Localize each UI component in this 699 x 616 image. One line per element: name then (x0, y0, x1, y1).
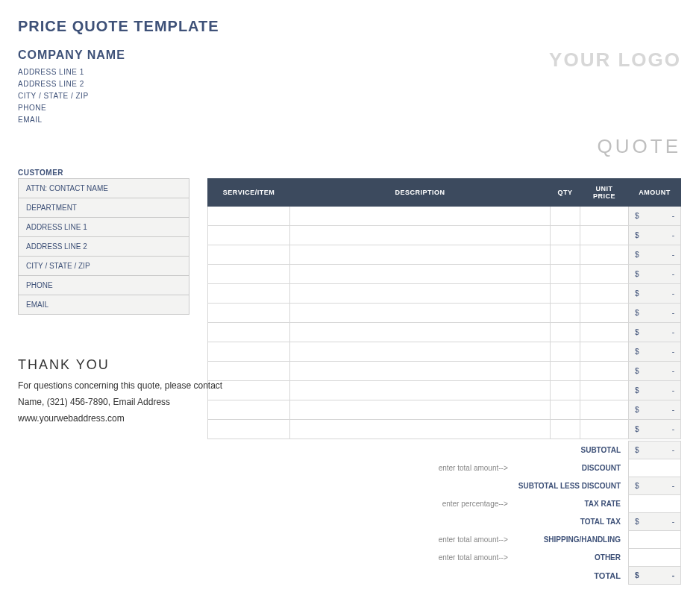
item-unit-price[interactable] (580, 323, 629, 342)
header-qty: QTY (551, 179, 580, 207)
item-service[interactable] (208, 284, 290, 304)
item-description[interactable] (290, 362, 551, 381)
thank-line1: For questions concerning this quote, ple… (18, 380, 301, 391)
item-qty[interactable] (551, 323, 580, 342)
item-qty[interactable] (551, 342, 580, 362)
logo-placeholder: YOUR LOGO (549, 48, 681, 72)
item-service[interactable] (208, 265, 290, 284)
item-qty[interactable] (551, 400, 580, 420)
item-qty[interactable] (551, 284, 580, 304)
shipping-label: SHIPPING/HANDLING (513, 531, 629, 549)
grand-total-value: $- (629, 567, 681, 585)
bottom-area: THANK YOU For questions concerning this … (18, 439, 681, 585)
customer-department[interactable]: DEPARTMENT (19, 198, 189, 218)
item-row: $- (208, 284, 681, 304)
customer-address1[interactable]: ADDRESS LINE 1 (19, 218, 189, 237)
item-service[interactable] (208, 207, 290, 226)
customer-address2[interactable]: ADDRESS LINE 2 (19, 237, 189, 257)
item-unit-price[interactable] (580, 400, 629, 420)
other-value[interactable] (629, 549, 681, 567)
thank-line2: Name, (321) 456-7890, Email Address (18, 397, 301, 407)
item-description[interactable] (290, 323, 551, 342)
item-unit-price[interactable] (580, 207, 629, 226)
item-description[interactable] (290, 226, 551, 245)
item-description[interactable] (290, 381, 551, 400)
totals-hint-empty (433, 441, 513, 459)
item-amount: $- (629, 420, 681, 439)
item-qty[interactable] (551, 420, 580, 439)
item-description[interactable] (290, 284, 551, 304)
header-description: DESCRIPTION (290, 179, 551, 207)
item-qty[interactable] (551, 226, 580, 245)
item-description[interactable] (290, 207, 551, 226)
item-service[interactable] (208, 226, 290, 245)
company-block: COMPANY NAME ADDRESS LINE 1 ADDRESS LINE… (18, 48, 125, 128)
item-description[interactable] (290, 420, 551, 439)
company-name: COMPANY NAME (18, 48, 125, 62)
grand-total-label: TOTAL (513, 567, 629, 585)
item-unit-price[interactable] (580, 245, 629, 265)
item-unit-price[interactable] (580, 362, 629, 381)
header-row: COMPANY NAME ADDRESS LINE 1 ADDRESS LINE… (18, 48, 681, 128)
document-title: PRICE QUOTE TEMPLATE (18, 18, 681, 35)
item-qty[interactable] (551, 381, 580, 400)
item-description[interactable] (290, 400, 551, 420)
item-description[interactable] (290, 342, 551, 362)
discount-hint: enter total amount--> (433, 459, 513, 477)
header-unit-price: UNIT PRICE (580, 179, 629, 207)
item-row: $- (208, 265, 681, 284)
item-row: $- (208, 304, 681, 323)
item-amount: $- (629, 284, 681, 304)
item-amount: $- (629, 362, 681, 381)
company-address2: ADDRESS LINE 2 (18, 80, 125, 88)
shipping-value[interactable] (629, 531, 681, 549)
item-unit-price[interactable] (580, 284, 629, 304)
item-row: $- (208, 323, 681, 342)
other-hint: enter total amount--> (433, 549, 513, 567)
item-amount: $- (629, 400, 681, 420)
item-unit-price[interactable] (580, 265, 629, 284)
thank-section: THANK YOU For questions concerning this … (18, 357, 301, 430)
item-unit-price[interactable] (580, 381, 629, 400)
item-qty[interactable] (551, 265, 580, 284)
customer-city-state-zip[interactable]: CITY / STATE / ZIP (19, 257, 189, 276)
item-unit-price[interactable] (580, 226, 629, 245)
discount-label: DISCOUNT (513, 459, 629, 477)
customer-heading: CUSTOMER (18, 169, 681, 177)
item-qty[interactable] (551, 304, 580, 323)
items-header-row: SERVICE/ITEM DESCRIPTION QTY UNIT PRICE … (208, 179, 681, 207)
item-unit-price[interactable] (580, 304, 629, 323)
item-description[interactable] (290, 265, 551, 284)
item-qty[interactable] (551, 207, 580, 226)
totaltax-value: $- (629, 513, 681, 531)
item-amount: $- (629, 323, 681, 342)
shipping-hint: enter total amount--> (433, 531, 513, 549)
item-row: $- (208, 207, 681, 226)
item-amount: $- (629, 342, 681, 362)
subtotal-label: SUBTOTAL (513, 441, 629, 459)
item-description[interactable] (290, 304, 551, 323)
company-address1: ADDRESS LINE 1 (18, 68, 125, 76)
company-city-state-zip: CITY / STATE / ZIP (18, 92, 125, 100)
item-service[interactable] (208, 245, 290, 265)
item-qty[interactable] (551, 362, 580, 381)
customer-phone[interactable]: PHONE (19, 276, 189, 295)
item-qty[interactable] (551, 245, 580, 265)
discount-value[interactable] (629, 459, 681, 477)
item-unit-price[interactable] (580, 342, 629, 362)
company-phone: PHONE (18, 104, 125, 112)
item-unit-price[interactable] (580, 420, 629, 439)
customer-email[interactable]: EMAIL (19, 295, 189, 315)
totals-hint-empty2 (433, 477, 513, 495)
taxrate-value[interactable] (629, 495, 681, 513)
item-amount: $- (629, 245, 681, 265)
item-service[interactable] (208, 304, 290, 323)
subtotal-less-value: $- (629, 477, 681, 495)
totals-table: SUBTOTAL $- enter total amount--> DISCOU… (433, 441, 681, 585)
customer-contact[interactable]: ATTN: CONTACT NAME (19, 179, 189, 198)
item-service[interactable] (208, 323, 290, 342)
quote-label: QUOTE (18, 135, 681, 158)
item-amount: $- (629, 207, 681, 226)
item-description[interactable] (290, 245, 551, 265)
thank-title: THANK YOU (18, 357, 301, 373)
